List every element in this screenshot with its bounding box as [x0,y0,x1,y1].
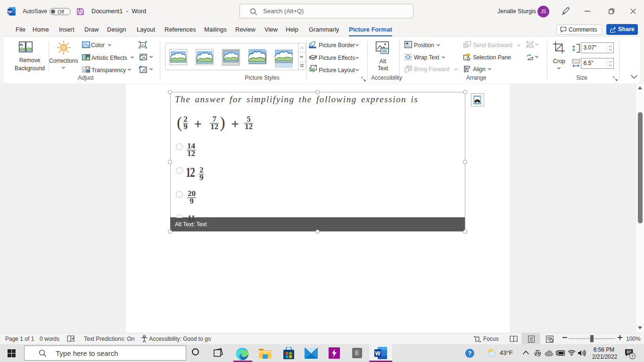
svg-text:W: W [8,9,12,14]
svg-text:7: 7 [631,354,634,359]
svg-text:W: W [375,350,381,357]
